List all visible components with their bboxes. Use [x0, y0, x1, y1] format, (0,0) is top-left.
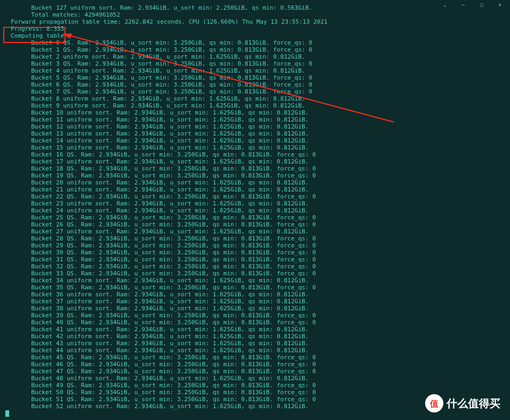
log-line: Bucket 42 uniform sort. Ram: 2.934GiB, u… [5, 333, 505, 340]
log-line: Bucket 31 QS. Ram: 2.934GiB, u_sort min:… [5, 256, 505, 263]
log-line: Bucket 43 uniform sort. Ram: 2.934GiB, u… [5, 340, 505, 347]
log-line: Bucket 10 uniform sort. Ram: 2.934GiB, u… [5, 109, 505, 116]
log-line: Bucket 6 QS. Ram: 2.934GiB, u_sort min: … [5, 81, 505, 88]
log-line: Bucket 48 uniform sort. Ram: 2.934GiB, u… [5, 375, 505, 382]
log-line: Bucket 45 QS. Ram: 2.934GiB, u_sort min:… [5, 354, 505, 361]
log-line: Bucket 32 QS. Ram: 2.934GiB, u_sort min:… [5, 263, 505, 270]
terminal-output: Bucket 127 uniform sort. Ram: 2.934GiB, … [5, 4, 505, 408]
log-line: Bucket 7 QS. Ram: 2.934GiB, u_sort min: … [5, 88, 505, 95]
log-line: Bucket 5 QS. Ram: 2.934GiB, u_sort min: … [5, 74, 505, 81]
log-line: Bucket 30 QS. Ram: 2.934GiB, u_sort min:… [5, 249, 505, 256]
log-line: Forward propagation table time: 2262.842… [5, 18, 505, 25]
log-line: Bucket 9 uniform sort. Ram: 2.934GiB, u_… [5, 102, 505, 109]
log-line: Bucket 25 QS. Ram: 2.934GiB, u_sort min:… [5, 214, 505, 221]
log-line: Bucket 15 uniform sort. Ram: 2.934GiB, u… [5, 144, 505, 151]
log-line: Bucket 44 uniform sort. Ram: 2.934GiB, u… [5, 347, 505, 354]
log-line: Bucket 3 QS. Ram: 2.934GiB, u_sort min: … [5, 60, 505, 67]
watermark-badge: 值 [425, 394, 443, 412]
watermark-text: 什么值得买 [447, 400, 500, 407]
log-line: Total matches: 4294961052 [5, 11, 505, 18]
log-line: Progress: 8.333 [5, 25, 505, 32]
log-line: Bucket 37 uniform sort. Ram: 2.934GiB, u… [5, 298, 505, 305]
log-line: Bucket 40 QS. Ram: 2.934GiB, u_sort min:… [5, 319, 505, 326]
log-line: Bucket 33 QS. Ram: 2.934GiB, u_sort min:… [5, 270, 505, 277]
log-line: Bucket 0 QS. Ram: 2.934GiB, u_sort min: … [5, 39, 505, 46]
log-line: Bucket 18 QS. Ram: 2.934GiB, u_sort min:… [5, 165, 505, 172]
log-line: Bucket 26 QS. Ram: 2.934GiB, u_sort min:… [5, 221, 505, 228]
log-line: Bucket 47 QS. Ram: 2.934GiB, u_sort min:… [5, 368, 505, 375]
log-line: Bucket 127 uniform sort. Ram: 2.934GiB, … [5, 4, 505, 11]
log-line: Bucket 38 uniform sort. Ram: 2.934GiB, u… [5, 305, 505, 312]
log-line: Bucket 36 uniform sort. Ram: 2.934GiB, u… [5, 291, 505, 298]
terminal-cursor [5, 410, 9, 417]
log-line: Bucket 27 uniform sort. Ram: 2.934GiB, u… [5, 228, 505, 235]
log-line: Bucket 19 QS. Ram: 2.934GiB, u_sort min:… [5, 172, 505, 179]
log-line: Bucket 23 uniform sort. Ram: 2.934GiB, u… [5, 200, 505, 207]
log-line: Bucket 24 uniform sort. Ram: 2.934GiB, u… [5, 207, 505, 214]
terminal-window: ⌄ — ▢ ✕ Bucket 127 uniform sort. Ram: 2.… [0, 0, 510, 420]
log-line: Bucket 20 uniform sort. Ram: 2.934GiB, u… [5, 179, 505, 186]
log-line: Bucket 28 QS. Ram: 2.934GiB, u_sort min:… [5, 235, 505, 242]
log-line: Bucket 2 uniform sort. Ram: 2.934GiB, u_… [5, 53, 505, 60]
log-line: Bucket 22 QS. Ram: 2.934GiB, u_sort min:… [5, 193, 505, 200]
log-line: Bucket 13 uniform sort. Ram: 2.934GiB, u… [5, 130, 505, 137]
log-line: Bucket 35 QS. Ram: 2.934GiB, u_sort min:… [5, 284, 505, 291]
log-line: Bucket 21 uniform sort. Ram: 2.934GiB, u… [5, 186, 505, 193]
log-line: Bucket 41 uniform sort. Ram: 2.934GiB, u… [5, 326, 505, 333]
log-line: Bucket 46 QS. Ram: 2.934GiB, u_sort min:… [5, 361, 505, 368]
log-line: Bucket 39 QS. Ram: 2.934GiB, u_sort min:… [5, 312, 505, 319]
log-line: Bucket 14 uniform sort. Ram: 2.934GiB, u… [5, 137, 505, 144]
log-line: Bucket 11 uniform sort. Ram: 2.934GiB, u… [5, 116, 505, 123]
log-line: Bucket 29 QS. Ram: 2.934GiB, u_sort min:… [5, 242, 505, 249]
log-line: Bucket 8 uniform sort. Ram: 2.934GiB, u_… [5, 95, 505, 102]
log-line: Bucket 4 uniform sort. Ram: 2.934GiB, u_… [5, 67, 505, 74]
log-line: Bucket 17 uniform sort. Ram: 2.934GiB, u… [5, 158, 505, 165]
watermark: 值 什么值得买 [425, 394, 500, 412]
log-line: Bucket 16 QS. Ram: 2.934GiB, u_sort min:… [5, 151, 505, 158]
log-line: Computing table 4 [5, 32, 505, 39]
log-line: Bucket 49 QS. Ram: 2.934GiB, u_sort min:… [5, 382, 505, 389]
log-line: Bucket 34 uniform sort. Ram: 2.934GiB, u… [5, 277, 505, 284]
log-line: Bucket 12 uniform sort. Ram: 2.934GiB, u… [5, 123, 505, 130]
log-line: Bucket 1 QS. Ram: 2.934GiB, u_sort min: … [5, 46, 505, 53]
